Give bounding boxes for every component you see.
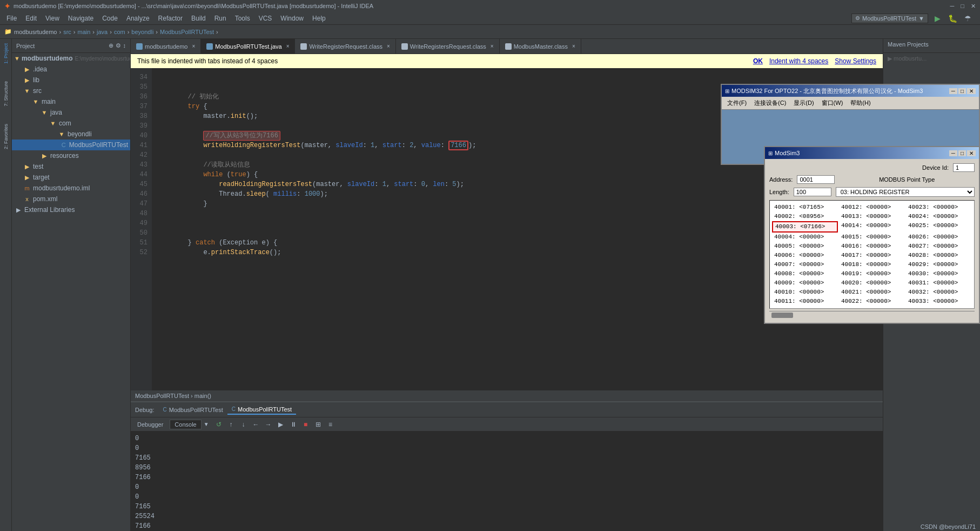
maximize-modsim[interactable]: □ [958, 88, 966, 94]
modsim3-scrollbar[interactable] [769, 311, 975, 318]
step-up-btn[interactable]: ↑ [226, 419, 237, 430]
tab-project[interactable]: modbusrtudemo × [131, 39, 201, 54]
step-down-btn[interactable]: ↓ [238, 419, 249, 430]
debugger-tab[interactable]: Debugger [133, 420, 167, 429]
bc-com[interactable]: com [114, 29, 125, 35]
menu-file[interactable]: File [2, 14, 21, 23]
tree-item-com[interactable]: ▼ com [12, 118, 130, 129]
run-button[interactable]: ▶ [931, 12, 943, 24]
tree-item-src[interactable]: ▼ src [12, 85, 130, 96]
tree-item-beyondli[interactable]: ▼ beyondli [12, 129, 130, 140]
bc-root[interactable]: modbusrtudemo [14, 29, 57, 35]
close-icon[interactable]: × [491, 43, 494, 49]
console-tab[interactable]: Console [170, 420, 201, 429]
tree-item-main[interactable]: ▼ main [12, 96, 130, 107]
menu-window[interactable]: Window [276, 14, 308, 23]
minimize-modsim3[interactable]: ─ [949, 150, 957, 156]
project-tool-btn[interactable]: 1: Project [1, 41, 11, 66]
modsim-menu-help[interactable]: 帮助(H) [847, 98, 874, 108]
menu-analyze[interactable]: Analyze [122, 14, 154, 23]
menu-run[interactable]: Run [210, 14, 231, 23]
bc-java[interactable]: java [97, 29, 108, 35]
restart-btn[interactable]: ↺ [213, 419, 224, 430]
close-icon[interactable]: × [387, 43, 390, 49]
tree-label: src [33, 87, 42, 95]
close-icon[interactable]: × [572, 43, 575, 49]
action-indent[interactable]: Indent with 4 spaces [769, 57, 828, 65]
bc-beyondli[interactable]: beyondli [131, 29, 153, 35]
tab-write-regs[interactable]: WriteRegistersRequest.class × [396, 39, 500, 54]
tab-modbus-master[interactable]: ModbusMaster.class × [500, 39, 581, 54]
minimize-btn[interactable]: ─ [950, 3, 955, 10]
sync-btn[interactable]: ⊕ [109, 42, 113, 49]
play-btn[interactable]: ▶ [276, 419, 286, 430]
bc-class[interactable]: ModbusPollRTUTest [160, 29, 214, 35]
console-arrow[interactable]: ▼ [204, 421, 209, 427]
coverage-button[interactable]: ☂ [962, 12, 974, 24]
grid-cell: 40018: <00000> [839, 260, 905, 269]
tree-item-idea[interactable]: ▶ .idea [12, 64, 130, 75]
step-right-btn[interactable]: → [263, 419, 274, 430]
favorites-tool-btn[interactable]: 2: Favorites [1, 122, 11, 151]
debug-button[interactable]: 🐛 [947, 12, 958, 24]
menu-refactor[interactable]: Refactor [154, 14, 187, 23]
minimize-modsim[interactable]: ─ [949, 88, 957, 94]
tree-item-lib[interactable]: ▶ lib [12, 75, 130, 85]
gear-icon[interactable]: ⚙ [116, 42, 121, 49]
tree-item-external[interactable]: ▶ External Libraries [12, 204, 130, 215]
menu-tools[interactable]: Tools [231, 14, 254, 23]
tree-item-test[interactable]: ▶ test [12, 161, 130, 172]
debug-instance2[interactable]: C ModbusPollRTUTest [227, 405, 296, 415]
tree-item-resources[interactable]: ▶ resources [12, 150, 130, 161]
stop-btn[interactable]: ■ [300, 419, 311, 430]
maximize-btn[interactable]: □ [961, 3, 964, 10]
menu-code[interactable]: Code [98, 14, 122, 23]
view-btn[interactable]: ⊞ [313, 419, 324, 430]
close-icon[interactable]: × [192, 43, 196, 49]
tree-label: External Libraries [24, 206, 75, 214]
tree-item-modbuspoll[interactable]: C ModbusPollRTUTest [12, 140, 130, 150]
step-left-btn[interactable]: ← [251, 419, 261, 430]
close-icon[interactable]: × [286, 43, 290, 49]
tree-item-root[interactable]: ▼ modbusrtudemo E:\mydemo\modbusrtudemo [12, 53, 130, 64]
tree-item-pom[interactable]: x pom.xml [12, 194, 130, 204]
tree-item-target[interactable]: ▶ target [12, 172, 130, 183]
modsim-menu-connect[interactable]: 连接设备(C) [751, 98, 789, 108]
close-btn[interactable]: ✕ [971, 3, 976, 10]
collapse-btn[interactable]: ↕ [123, 42, 126, 49]
modsim-title-icon: ⊞ [725, 88, 729, 94]
maven-item[interactable]: ▶ modbusrtu... [888, 55, 927, 62]
close-modsim[interactable]: ✕ [967, 88, 976, 94]
tree-item-java[interactable]: ▼ java [12, 107, 130, 118]
modsim-menu-display[interactable]: 显示(D) [790, 98, 817, 108]
device-id-input[interactable] [953, 163, 975, 172]
tree-item-iml[interactable]: m modbusrtudemo.iml [12, 183, 130, 194]
close-modsim3[interactable]: ✕ [967, 150, 976, 156]
bc-src[interactable]: src [63, 29, 71, 35]
modsim-menu-window[interactable]: 窗口(W) [818, 98, 847, 108]
tab-modbuspoll[interactable]: ModbusPollRTUTest.java × [201, 39, 295, 54]
settings-btn[interactable]: ≡ [325, 419, 336, 430]
menu-help[interactable]: Help [308, 14, 330, 23]
action-settings[interactable]: Show Settings [835, 57, 876, 65]
maximize-modsim3[interactable]: □ [958, 150, 966, 156]
debug-instance1[interactable]: C ModbusPollRTUTest [158, 406, 227, 414]
address-input[interactable] [797, 175, 835, 184]
debug-output[interactable]: 0 0 7165 8956 7166 0 0 7165 25524 7166 0… [131, 432, 883, 531]
java-icon: C [232, 406, 236, 412]
menu-view[interactable]: View [41, 14, 64, 23]
grid-row: 40002: <08956> 40013: <00000> 40024: <00… [772, 212, 972, 221]
pause-btn[interactable]: ⏸ [288, 419, 299, 430]
point-type-select[interactable]: 03: HOLDING REGISTER [836, 187, 975, 197]
bc-main[interactable]: main [78, 29, 91, 35]
menu-vcs[interactable]: VCS [254, 14, 277, 23]
menu-build[interactable]: Build [187, 14, 210, 23]
length-input[interactable] [794, 188, 831, 196]
tab-write-reg[interactable]: WriteRegisterRequest.class × [295, 39, 395, 54]
run-config-dropdown[interactable]: ⚙ ModbusPollRTUTest ▼ [851, 14, 928, 23]
action-ok[interactable]: OK [753, 57, 763, 65]
menu-edit[interactable]: Edit [21, 14, 41, 23]
structure-tool-btn[interactable]: 7: Structure [1, 79, 11, 109]
menu-navigate[interactable]: Navigate [64, 14, 98, 23]
modsim-menu-file[interactable]: 文件(F) [724, 98, 750, 108]
